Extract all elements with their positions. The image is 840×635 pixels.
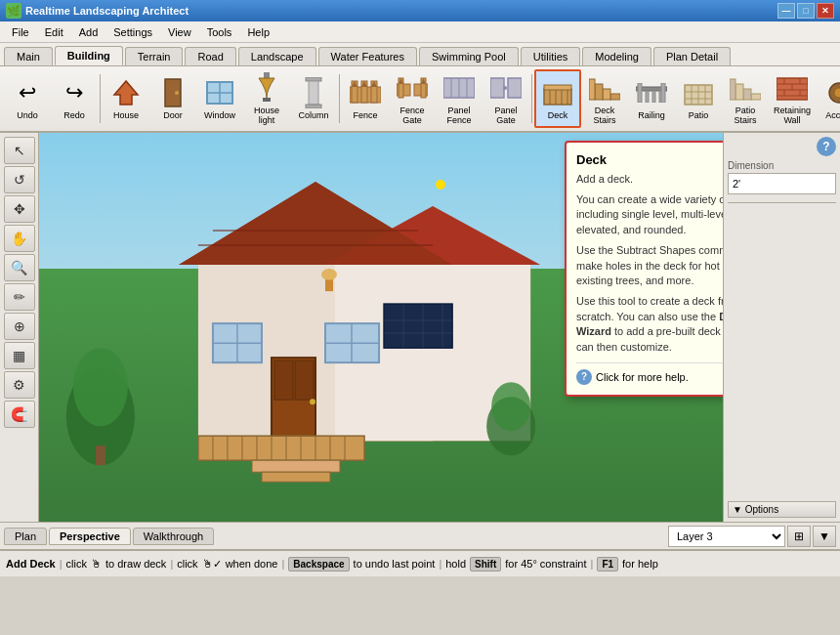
tab-utilities[interactable]: Utilities bbox=[521, 47, 580, 65]
svg-rect-53 bbox=[751, 94, 761, 100]
app-title: Realtime Landscaping Architect bbox=[25, 5, 189, 17]
svg-rect-107 bbox=[252, 460, 340, 472]
toolbar-separator-3 bbox=[531, 74, 532, 123]
help-circle-icon: ? bbox=[576, 369, 592, 385]
tool-move[interactable]: ✥ bbox=[4, 195, 35, 223]
menu-tools[interactable]: Tools bbox=[199, 24, 240, 40]
titlebar: 🌿 Realtime Landscaping Architect — □ ✕ bbox=[0, 0, 840, 21]
key-shift: Shift bbox=[470, 557, 501, 572]
menu-view[interactable]: View bbox=[160, 24, 199, 40]
toolbar-door[interactable]: Door bbox=[149, 69, 196, 128]
svg-rect-9 bbox=[309, 81, 318, 105]
toolbar-door-label: Door bbox=[163, 110, 183, 120]
snap-label: ▼ Options bbox=[733, 504, 778, 515]
svg-point-2 bbox=[175, 91, 179, 95]
toolbar-deckstairs[interactable]: Deck Stairs bbox=[581, 69, 628, 128]
panelfence-icon bbox=[443, 72, 475, 104]
status-click-2: click bbox=[177, 558, 197, 570]
status-help-text: for help bbox=[622, 558, 658, 570]
tool-add[interactable]: ⊕ bbox=[4, 313, 35, 340]
svg-rect-6 bbox=[264, 72, 270, 78]
svg-rect-82 bbox=[295, 360, 314, 400]
house-illustration bbox=[60, 152, 552, 494]
layer-select[interactable]: Layer 3 Layer 1 Layer 2 bbox=[668, 526, 785, 547]
toolbar-patiostairs[interactable]: Patio Stairs bbox=[722, 69, 769, 128]
tool-settings[interactable]: ⚙ bbox=[4, 371, 35, 399]
tab-terrain[interactable]: Terrain bbox=[125, 47, 184, 65]
window-icon bbox=[204, 77, 235, 108]
menu-add[interactable]: Add bbox=[71, 24, 106, 40]
tab-plan[interactable]: Plan Detail bbox=[653, 47, 731, 65]
layer-action-2[interactable]: ▼ bbox=[813, 526, 836, 547]
tooltip-popup: Deck Add a deck. You can create a wide v… bbox=[565, 141, 723, 397]
menu-settings[interactable]: Settings bbox=[105, 24, 160, 40]
toolbar-separator-2 bbox=[339, 74, 340, 123]
toolbar-accessory[interactable]: Acce... bbox=[816, 69, 840, 128]
close-button[interactable]: ✕ bbox=[817, 3, 834, 19]
status-done-text: when done bbox=[226, 558, 278, 570]
toolbar-deck[interactable]: Deck bbox=[534, 69, 581, 128]
maximize-button[interactable]: □ bbox=[797, 3, 815, 19]
toolbar-panelgate[interactable]: Panel Gate bbox=[483, 69, 529, 128]
toolbar-houselight[interactable]: House light bbox=[243, 69, 290, 128]
tab-perspective-view[interactable]: Perspective bbox=[49, 528, 131, 545]
menu-edit[interactable]: Edit bbox=[37, 24, 71, 40]
tab-modeling[interactable]: Modeling bbox=[582, 47, 651, 65]
tab-water[interactable]: Water Features bbox=[318, 47, 417, 65]
toolbar-redo[interactable]: ↪ Redo bbox=[51, 69, 98, 128]
tab-main[interactable]: Main bbox=[4, 47, 53, 65]
toolbar-column[interactable]: Column bbox=[290, 69, 337, 128]
panelgate-icon bbox=[490, 72, 522, 104]
undo-icon: ↩ bbox=[12, 77, 43, 108]
tab-walkthrough-view[interactable]: Walkthrough bbox=[133, 528, 214, 545]
canvas-area[interactable]: Deck Add a deck. You can create a wide v… bbox=[39, 133, 723, 522]
tool-zoom[interactable]: 🔍 bbox=[4, 254, 35, 281]
toolbar-panelfence[interactable]: Panel Fence bbox=[436, 69, 483, 128]
toolbar-fencegate-label: Fence Gate bbox=[392, 106, 433, 125]
menubar: File Edit Add Settings View Tools Help bbox=[0, 21, 840, 43]
tool-select[interactable]: ↖ bbox=[4, 137, 35, 164]
toolbar-house[interactable]: House bbox=[103, 69, 149, 128]
svg-point-112 bbox=[491, 382, 530, 431]
menu-help[interactable]: Help bbox=[239, 24, 277, 40]
svg-rect-28 bbox=[490, 78, 504, 98]
minimize-button[interactable]: — bbox=[777, 3, 795, 19]
snap-options-button[interactable]: ▼ Options bbox=[728, 501, 836, 518]
deck-icon bbox=[542, 77, 573, 108]
toolbar-patio-label: Patio bbox=[689, 110, 709, 120]
toolbar-window-label: Window bbox=[204, 110, 235, 120]
tool-edit[interactable]: ✏ bbox=[4, 283, 35, 311]
fencegate-icon bbox=[397, 72, 428, 104]
svg-rect-40 bbox=[589, 79, 595, 100]
tooltip-help-link[interactable]: ? Click for more help. bbox=[576, 362, 723, 385]
dimension-label: Dimension bbox=[728, 160, 836, 171]
toolbar-railing[interactable]: Railing bbox=[628, 69, 675, 128]
tab-pool[interactable]: Swimming Pool bbox=[419, 47, 519, 65]
toolbar-patio[interactable]: Patio bbox=[675, 69, 722, 128]
toolbar-undo[interactable]: ↩ Undo bbox=[4, 69, 51, 128]
tool-grid[interactable]: ▦ bbox=[4, 342, 35, 369]
retainingwall-icon bbox=[777, 72, 808, 104]
toolbar-retainingwall[interactable]: Retaining Wall bbox=[769, 69, 816, 128]
svg-rect-81 bbox=[274, 360, 293, 400]
app-icon: 🌿 bbox=[6, 3, 21, 19]
tab-bar: Main Building Terrain Road Landscape Wat… bbox=[0, 43, 840, 66]
tab-landscape[interactable]: Landscape bbox=[238, 47, 316, 65]
toolbar-house-label: House bbox=[113, 110, 139, 120]
layer-action-1[interactable]: ⊞ bbox=[787, 526, 811, 547]
house-icon bbox=[110, 77, 142, 108]
menu-file[interactable]: File bbox=[4, 24, 37, 40]
toolbar-fence[interactable]: Fence bbox=[342, 69, 389, 128]
toolbar-window[interactable]: Window bbox=[196, 69, 243, 128]
tool-undo[interactable]: ↺ bbox=[4, 166, 35, 193]
svg-point-30 bbox=[503, 86, 507, 90]
tab-road[interactable]: Road bbox=[185, 47, 235, 65]
tool-snap[interactable]: 🧲 bbox=[4, 401, 35, 428]
tool-pan[interactable]: ✋ bbox=[4, 225, 35, 252]
dimension-input[interactable] bbox=[728, 173, 836, 194]
tab-building[interactable]: Building bbox=[55, 46, 123, 65]
svg-rect-10 bbox=[306, 105, 321, 108]
tab-plan-view[interactable]: Plan bbox=[4, 528, 47, 545]
help-button[interactable]: ? bbox=[817, 137, 836, 156]
toolbar-fencegate[interactable]: Fence Gate bbox=[389, 69, 436, 128]
